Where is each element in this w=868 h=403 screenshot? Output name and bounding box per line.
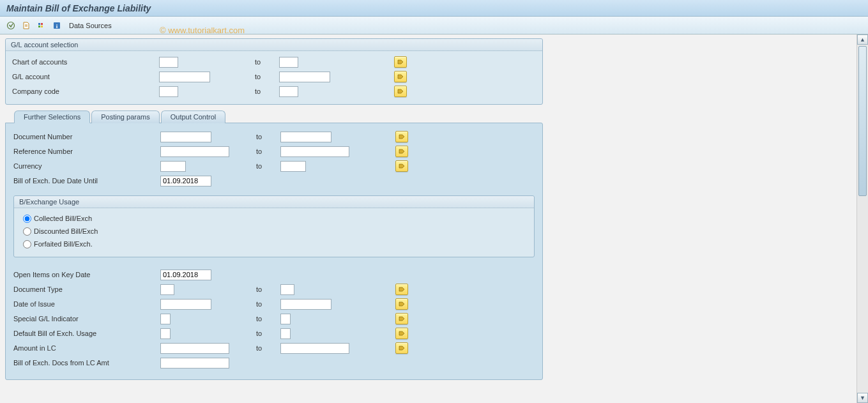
scroll-down-button[interactable]: ▼ (857, 393, 868, 403)
forfaited-bill-radio-row[interactable]: Forfaited Bill/Exch. (23, 238, 525, 250)
multiple-selection-button[interactable] (395, 146, 408, 157)
bexchange-usage-title: B/Exchange Usage (14, 196, 534, 208)
bill-docs-lc-amt-input[interactable] (160, 358, 229, 369)
multiple-selection-button[interactable] (395, 342, 408, 354)
chart-of-accounts-from-input[interactable] (159, 57, 178, 68)
forfaited-bill-label: Forfaited Bill/Exch. (34, 240, 93, 248)
selection-icon[interactable] (36, 20, 47, 31)
tab-posting-params[interactable]: Posting params (91, 110, 159, 123)
company-code-to-input[interactable] (279, 86, 298, 97)
amount-in-lc-label: Amount in LC (13, 344, 160, 352)
reference-number-label: Reference Number (13, 148, 160, 155)
title-bar: Maintain Bill of Exchange Liability (0, 0, 868, 17)
gl-account-to-input[interactable] (279, 72, 330, 82)
reference-number-from-input[interactable] (160, 146, 229, 157)
svg-rect-2 (41, 23, 43, 25)
currency-to-input[interactable] (280, 161, 306, 172)
document-number-to-input[interactable] (280, 132, 331, 142)
company-code-from-input[interactable] (159, 86, 178, 97)
tabstrip: Further Selections Posting params Output… (5, 110, 554, 380)
content-area: G/L account selection Chart of accounts … (0, 34, 868, 403)
special-gl-from-input[interactable] (160, 314, 171, 324)
tab-output-control[interactable]: Output Control (161, 110, 226, 123)
amount-in-lc-to-input[interactable] (280, 343, 349, 354)
to-label: to (256, 285, 280, 293)
multiple-selection-button[interactable] (395, 131, 408, 142)
collected-bill-radio[interactable] (23, 215, 31, 223)
to-label: to (255, 73, 279, 80)
svg-rect-3 (38, 26, 40, 27)
default-bill-usage-to-input[interactable] (280, 328, 291, 339)
data-sources-button[interactable]: Data Sources (66, 20, 114, 31)
gl-selection-title: G/L account selection (6, 39, 542, 51)
to-label: to (256, 315, 280, 323)
multiple-selection-button[interactable] (394, 71, 407, 82)
amount-in-lc-from-input[interactable] (160, 343, 229, 354)
scroll-thumb[interactable] (858, 46, 867, 196)
vertical-scrollbar[interactable]: ▲ ▼ (857, 34, 868, 403)
company-code-label: Company code (12, 87, 159, 95)
special-gl-indicator-label: Special G/L Indicator (13, 315, 160, 323)
tab-header: Further Selections Posting params Output… (5, 110, 554, 123)
due-date-until-input[interactable] (160, 176, 211, 186)
gl-account-selection-group: G/L account selection Chart of accounts … (5, 38, 543, 105)
to-label: to (256, 162, 280, 170)
discounted-bill-radio-row[interactable]: Discounted Bill/Exch (23, 225, 525, 238)
to-label: to (255, 87, 279, 95)
forfaited-bill-radio[interactable] (23, 240, 31, 248)
execute-icon[interactable] (5, 20, 17, 31)
document-number-label: Document Number (13, 133, 160, 141)
date-of-issue-label: Date of Issue (13, 300, 160, 308)
svg-rect-1 (38, 23, 40, 25)
date-of-issue-to-input[interactable] (280, 299, 331, 310)
page-title: Maintain Bill of Exchange Liability (6, 3, 151, 13)
due-date-until-label: Bill of Exch. Due Date Until (13, 177, 160, 185)
multiple-selection-button[interactable] (394, 86, 407, 97)
open-items-key-date-label: Open Items on Key Date (13, 271, 160, 278)
multiple-selection-button[interactable] (395, 313, 408, 324)
to-label: to (256, 133, 280, 141)
currency-label: Currency (13, 162, 160, 170)
tab-further-selections-body: Document Number to Reference Number to C… (5, 123, 543, 380)
special-gl-to-input[interactable] (280, 314, 291, 324)
multiple-selection-button[interactable] (395, 328, 408, 339)
multiple-selection-button[interactable] (394, 56, 407, 68)
discounted-bill-label: Discounted Bill/Exch (34, 227, 98, 235)
multiple-selection-button[interactable] (395, 298, 408, 310)
scroll-up-button[interactable]: ▲ (857, 34, 868, 45)
to-label: to (256, 344, 280, 352)
to-label: to (255, 58, 279, 66)
collected-bill-label: Collected Bill/Exch (34, 215, 92, 222)
toolbar: i Data Sources (0, 17, 868, 34)
info-icon[interactable]: i (51, 20, 63, 31)
document-type-from-input[interactable] (160, 284, 174, 295)
open-items-key-date-input[interactable] (160, 270, 211, 280)
default-bill-usage-label: Default Bill of Exch. Usage (13, 330, 160, 337)
multiple-selection-button[interactable] (395, 160, 408, 172)
collected-bill-radio-row[interactable]: Collected Bill/Exch (23, 212, 525, 225)
tab-further-selections[interactable]: Further Selections (14, 110, 90, 123)
document-number-from-input[interactable] (160, 132, 211, 142)
bexchange-usage-group: B/Exchange Usage Collected Bill/Exch Dis… (13, 195, 535, 257)
date-of-issue-from-input[interactable] (160, 299, 211, 310)
gl-account-label: G/L account (12, 73, 159, 80)
currency-from-input[interactable] (160, 161, 186, 172)
chart-of-accounts-to-input[interactable] (279, 57, 298, 68)
get-variant-icon[interactable] (20, 20, 32, 31)
to-label: to (256, 300, 280, 308)
to-label: to (256, 148, 280, 155)
document-type-label: Document Type (13, 285, 160, 293)
svg-point-0 (8, 22, 15, 29)
document-type-to-input[interactable] (280, 284, 294, 295)
default-bill-usage-from-input[interactable] (160, 328, 171, 339)
to-label: to (256, 330, 280, 337)
bill-docs-lc-amt-label: Bill of Exch. Docs from LC Amt (13, 359, 160, 367)
gl-account-from-input[interactable] (159, 72, 210, 82)
multiple-selection-button[interactable] (395, 284, 408, 295)
chart-of-accounts-label: Chart of accounts (12, 58, 159, 66)
discounted-bill-radio[interactable] (23, 227, 31, 236)
reference-number-to-input[interactable] (280, 146, 349, 157)
svg-rect-4 (41, 26, 43, 27)
